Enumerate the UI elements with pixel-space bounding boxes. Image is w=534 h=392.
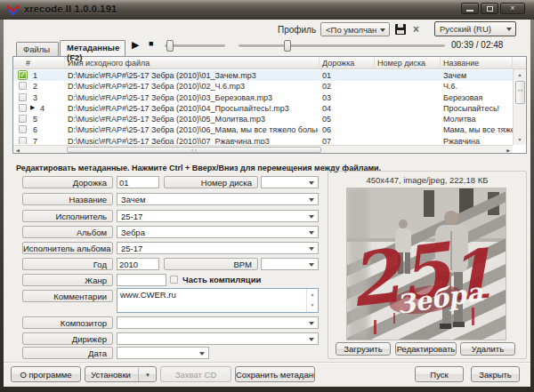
table-row[interactable]: 7 D:\Music\#RAP#\25-17 Зебра (2010)\07_Р… — [13, 136, 513, 144]
seek-slider-handle[interactable] — [284, 40, 291, 52]
row-filename: D:\Music\#RAP#\25-17 Зебра (2010)\02_Ч.6… — [68, 82, 318, 91]
playback-time: 00:39 / 02:48 — [451, 40, 503, 50]
disc-number-label-button[interactable]: Номер диска — [164, 176, 258, 188]
close-window-button[interactable]: Закрыть — [471, 366, 520, 382]
artwork-info: 450x447, image/jpeg, 222,18 КБ — [328, 175, 526, 185]
conductor-select[interactable] — [117, 332, 319, 345]
scroll-down-icon[interactable]: ▼ — [311, 302, 315, 308]
title-select[interactable]: Зачем — [117, 193, 319, 205]
language-select[interactable]: Русский (RU) — [434, 21, 516, 36]
close-button[interactable]: × — [500, 3, 525, 14]
conductor-label-button[interactable]: Дирижёр — [22, 332, 113, 345]
rip-cd-button: Захват CD — [160, 366, 231, 382]
col-header-disc[interactable]: Номер диска — [375, 57, 441, 69]
table-row[interactable]: 2 D:\Music\#RAP#\25-17 Зебра (2010)\02_Ч… — [13, 81, 513, 92]
scroll-up-icon[interactable]: ▲ — [311, 292, 315, 297]
col-header-filename[interactable]: Имя исходного файла — [65, 57, 320, 69]
table-row[interactable]: 3 D:\Music\#RAP#\25-17 Зебра (2010)\03_Б… — [13, 92, 513, 103]
composer-label-button[interactable]: Композитор — [22, 316, 113, 329]
delete-profile-icon[interactable]: × — [413, 23, 419, 36]
tab-metadata[interactable]: Метаданные (F2) — [60, 40, 125, 56]
genre-label-button[interactable]: Жанр — [22, 274, 113, 286]
year-input[interactable] — [117, 258, 159, 270]
profile-select[interactable]: <По умолчанию> — [320, 22, 390, 36]
col-header-title[interactable]: Название — [441, 57, 513, 69]
row-checkbox[interactable] — [19, 125, 27, 133]
seek-slider-track[interactable] — [239, 44, 445, 47]
table-row[interactable]: 5 D:\Music\#RAP#\25-17 Зебра (2010)\05_М… — [13, 114, 513, 124]
row-checkbox[interactable] — [19, 137, 27, 144]
row-index: 2 — [33, 82, 51, 91]
save-profile-icon[interactable] — [395, 24, 406, 35]
scroll-right-icon[interactable]: ▶ — [506, 148, 510, 153]
volume-slider-handle[interactable] — [166, 40, 174, 52]
play-icon[interactable]: ▶ — [132, 39, 139, 51]
genre-input[interactable] — [117, 274, 166, 286]
row-title: Ч.6. — [443, 82, 513, 91]
file-table: # Имя исходного файла Дорожка Номер диск… — [12, 56, 527, 154]
titlebar[interactable]: xrecode II 1.0.0.191 × — [0, 0, 534, 20]
vertical-scrollbar[interactable]: ▲ ∧∨ ▼ — [513, 69, 526, 145]
title-label-button[interactable]: Название — [22, 193, 113, 205]
artwork-load-button[interactable]: Загрузить — [336, 342, 391, 356]
chevron-down-icon — [309, 263, 314, 269]
start-button[interactable]: Пуск — [415, 366, 464, 382]
chevron-down-icon — [309, 198, 314, 204]
album-artist-select[interactable]: 25-17 — [117, 242, 319, 254]
artist-label-button[interactable]: Исполнитель — [22, 210, 113, 222]
metadata-instructions: Редактировать метаданные. Нажмите Ctrl +… — [16, 164, 381, 172]
disc-number-select[interactable] — [261, 176, 319, 188]
close-icon: × — [510, 4, 514, 12]
album-label-button[interactable]: Альбом — [22, 226, 113, 238]
row-checkbox[interactable] — [19, 82, 27, 90]
track-input[interactable] — [117, 176, 159, 188]
scroll-left-icon[interactable]: ◀ — [16, 148, 20, 153]
artwork-delete-button[interactable]: Удалить — [460, 342, 515, 356]
row-title: Ржавчина — [443, 137, 513, 144]
table-row[interactable]: ✓ 1 D:\Music\#RAP#\25-17 Зебра (2010)\01… — [13, 70, 513, 81]
date-select[interactable] — [117, 347, 209, 359]
horizontal-scroll-thumb[interactable]: ‹ › — [67, 147, 321, 153]
about-button[interactable]: О программе — [11, 366, 81, 382]
chevron-down-icon — [309, 247, 314, 253]
save-metadata-button[interactable]: Сохранить метаданные — [235, 366, 315, 382]
minimize-button[interactable] — [461, 3, 479, 14]
row-checkbox[interactable] — [19, 93, 27, 101]
track-label-button[interactable]: Дорожка — [22, 176, 113, 188]
now-playing-icon: ▶ — [30, 104, 35, 111]
artwork-edit-button[interactable]: Редактировать — [395, 342, 457, 356]
vertical-scroll-thumb[interactable]: ∧∨ — [515, 81, 525, 104]
artist-select[interactable]: 25-17 — [117, 210, 319, 222]
col-header-index[interactable]: # — [13, 57, 65, 69]
stop-icon[interactable]: ■ — [149, 39, 153, 48]
tab-files[interactable]: Файлы (F1) — [16, 42, 59, 56]
album-select[interactable]: Зебра — [117, 226, 319, 238]
year-label-button[interactable]: Год — [22, 258, 113, 270]
row-checkbox[interactable] — [19, 104, 27, 112]
language-value: Русский (RU) — [440, 24, 503, 34]
chevron-down-icon: ▼ — [138, 368, 150, 382]
col-header-track[interactable]: Дорожка — [320, 57, 375, 69]
bpm-label-button[interactable]: BPM — [164, 258, 258, 270]
settings-button[interactable]: Установки▼ — [85, 366, 157, 382]
row-index: 4 — [40, 104, 58, 113]
table-row[interactable]: 6 D:\Music\#RAP#\25-17 Зебра (2010)\06_М… — [13, 124, 513, 135]
horizontal-scrollbar[interactable]: ◀ ‹ › ▶ — [13, 145, 513, 153]
maximize-button[interactable] — [481, 3, 498, 14]
scroll-up-icon[interactable]: ▲ — [514, 72, 526, 77]
compilation-checkbox[interactable] — [170, 276, 178, 284]
date-label-button[interactable]: Дата — [22, 347, 113, 359]
album-artist-label-button[interactable]: Исполнитель альбома — [22, 242, 113, 254]
table-header: # Имя исходного файла Дорожка Номер диск… — [13, 57, 526, 69]
row-checkbox[interactable]: ✓ — [19, 71, 27, 79]
bpm-select[interactable] — [261, 258, 319, 270]
comments-label-button[interactable]: Комментарии — [22, 290, 113, 302]
comments-textarea[interactable]: www.CWER.ru — [117, 289, 306, 312]
volume-slider-track[interactable] — [165, 44, 225, 47]
composer-select[interactable] — [117, 316, 319, 329]
table-row[interactable]: ▶ 4 D:\Music\#RAP#\25-17 Зебра (2010)\04… — [13, 103, 513, 114]
comments-scrollbar[interactable]: ▲▼ — [306, 289, 318, 312]
profile-label: Профиль — [278, 25, 316, 35]
row-checkbox[interactable] — [19, 115, 27, 123]
scroll-down-icon[interactable]: ▼ — [514, 137, 526, 142]
